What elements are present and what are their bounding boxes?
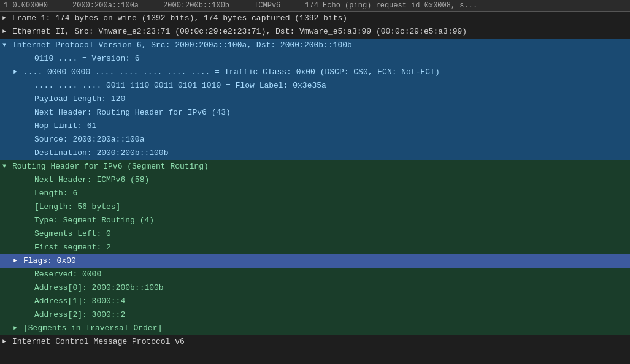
detail-row-routing-length[interactable]: Length: 6	[0, 187, 630, 200]
expand-arrow-ipv6[interactable]: ▼	[2, 39, 12, 51]
detail-row-routing-reserved[interactable]: Reserved: 0000	[0, 268, 630, 281]
col-src: 2000:200a::100a	[72, 1, 139, 10]
detail-row-ipv6-version[interactable]: 0110 .... = Version: 6	[0, 52, 630, 66]
packet-detail-rows: ► Frame 1: 174 bytes on wire (1392 bits)…	[0, 12, 630, 349]
detail-row-ipv6-dest[interactable]: Destination: 2000:200b::100b	[0, 146, 630, 160]
expand-arrow-ipv6-traffic[interactable]: ►	[13, 66, 23, 78]
row-text-routing-length: Length: 6	[34, 188, 77, 200]
expand-arrow-routing-flags[interactable]: ►	[13, 255, 23, 267]
col-protocol: ICMPv6	[254, 1, 280, 10]
row-text-routing-flags: Flags: 0x00	[23, 255, 76, 267]
detail-row-routing-next-header[interactable]: Next Header: ICMPv6 (58)	[0, 173, 630, 187]
row-text-ipv6-dest: Destination: 2000:200b::100b	[34, 147, 168, 159]
row-text-routing-type: Type: Segment Routing (4)	[34, 214, 154, 227]
packet-list-header: 1 0.000000 2000:200a::100a 2000:200b::10…	[0, 0, 630, 12]
row-text-routing-first-segment: First segment: 2	[34, 241, 111, 254]
row-text-frame: Frame 1: 174 bytes on wire (1392 bits), …	[12, 12, 347, 25]
detail-row-routing-first-segment[interactable]: First segment: 2	[0, 241, 630, 254]
col-number: 1 0.000000	[4, 1, 48, 10]
row-text-routing-addr1: Address[1]: 3000::4	[34, 295, 125, 308]
detail-row-ipv6-next-header[interactable]: Next Header: Routing Header for IPv6 (43…	[0, 106, 630, 119]
row-text-routing-next-header: Next Header: ICMPv6 (58)	[34, 174, 149, 186]
detail-row-routing-flags[interactable]: ► Flags: 0x00	[0, 254, 630, 268]
expand-arrow-routing[interactable]: ▼	[2, 161, 12, 173]
expand-arrow-frame[interactable]: ►	[2, 12, 12, 25]
row-text-ipv6-next-header: Next Header: Routing Header for IPv6 (43…	[34, 107, 231, 119]
detail-row-routing-addr1[interactable]: Address[1]: 3000::4	[0, 295, 630, 308]
row-text-routing-reserved: Reserved: 0000	[34, 268, 101, 281]
packet-detail-panel[interactable]: 1 0.000000 2000:200a::100a 2000:200b::10…	[0, 0, 630, 364]
expand-arrow-icmpv6[interactable]: ►	[2, 336, 12, 348]
detail-row-routing-addr2[interactable]: Address[2]: 3000::2	[0, 308, 630, 322]
detail-row-routing-addr0[interactable]: Address[0]: 2000:200b::100b	[0, 281, 630, 295]
detail-row-ethernet[interactable]: ► Ethernet II, Src: Vmware_e2:23:71 (00:…	[0, 25, 630, 39]
row-text-ipv6-hop-limit: Hop Limit: 61	[34, 120, 96, 132]
detail-row-icmpv6[interactable]: ► Internet Control Message Protocol v6	[0, 335, 630, 349]
detail-row-ipv6-hop-limit[interactable]: Hop Limit: 61	[0, 119, 630, 133]
col-dst: 2000:200b::100b	[163, 1, 229, 10]
row-text-ipv6-flow: .... .... .... 0011 1110 0011 0101 1010 …	[34, 80, 326, 92]
detail-row-ipv6-traffic[interactable]: ► .... 0000 0000 .... .... .... .... ...…	[0, 66, 630, 79]
row-text-ethernet: Ethernet II, Src: Vmware_e2:23:71 (00:0c…	[12, 26, 467, 38]
row-text-ipv6-source: Source: 2000:200a::100a	[34, 134, 144, 146]
row-text-routing: Routing Header for IPv6 (Segment Routing…	[12, 161, 209, 173]
row-text-routing-segments: [Segments in Traversal Order]	[23, 322, 162, 335]
row-text-ipv6: Internet Protocol Version 6, Src: 2000:2…	[12, 39, 352, 51]
row-text-routing-segments-left: Segments Left: 0	[34, 228, 111, 240]
detail-row-routing-segments-left[interactable]: Segments Left: 0	[0, 227, 630, 241]
row-text-icmpv6: Internet Control Message Protocol v6	[12, 336, 185, 348]
detail-row-ipv6-flow[interactable]: .... .... .... 0011 1110 0011 0101 1010 …	[0, 79, 630, 93]
row-text-routing-addr2: Address[2]: 3000::2	[34, 309, 125, 321]
col-info: 174 Echo (ping) request id=0x0008, s...	[305, 1, 477, 10]
expand-arrow-ethernet[interactable]: ►	[2, 26, 12, 38]
detail-row-routing-segments[interactable]: ► [Segments in Traversal Order]	[0, 322, 630, 335]
detail-row-routing[interactable]: ▼ Routing Header for IPv6 (Segment Routi…	[0, 160, 630, 173]
detail-row-routing-length-bytes[interactable]: [Length: 56 bytes]	[0, 200, 630, 214]
row-text-ipv6-payload: Payload Length: 120	[34, 93, 125, 105]
row-text-ipv6-traffic: .... 0000 0000 .... .... .... .... .... …	[23, 66, 440, 78]
detail-row-routing-type[interactable]: Type: Segment Routing (4)	[0, 214, 630, 227]
detail-row-ipv6-payload[interactable]: Payload Length: 120	[0, 93, 630, 106]
row-text-routing-length-bytes: [Length: 56 bytes]	[34, 201, 120, 213]
row-text-routing-addr0: Address[0]: 2000:200b::100b	[34, 282, 164, 294]
detail-row-ipv6-source[interactable]: Source: 2000:200a::100a	[0, 133, 630, 146]
detail-row-frame[interactable]: ► Frame 1: 174 bytes on wire (1392 bits)…	[0, 12, 630, 25]
detail-row-ipv6[interactable]: ▼ Internet Protocol Version 6, Src: 2000…	[0, 39, 630, 52]
row-text-ipv6-version: 0110 .... = Version: 6	[34, 53, 140, 65]
expand-arrow-routing-segments[interactable]: ►	[13, 322, 23, 335]
